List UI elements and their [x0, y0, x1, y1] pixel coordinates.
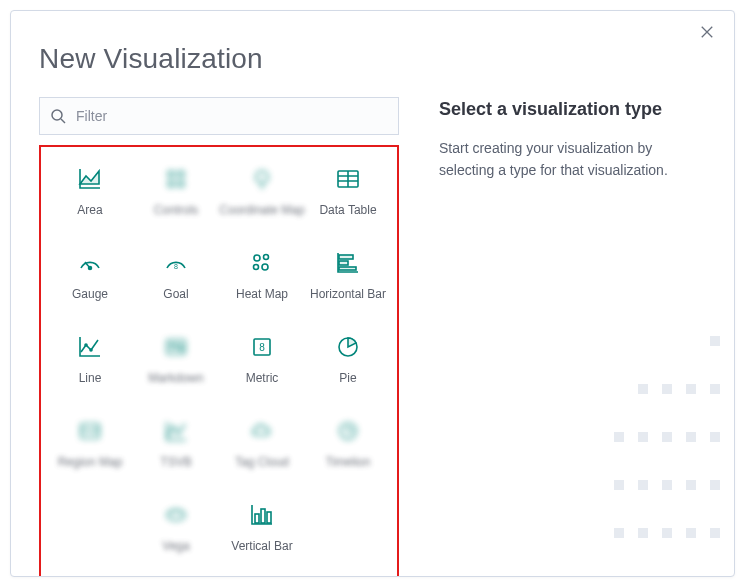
svg-text:8: 8 — [259, 342, 265, 353]
viz-label: Horizontal Bar — [310, 287, 386, 301]
viz-horizontal-bar[interactable]: Horizontal Bar — [305, 245, 391, 305]
right-description: Start creating your visualization by sel… — [439, 138, 699, 181]
viz-vertical-bar[interactable]: Vertical Bar — [219, 497, 305, 557]
data-table-icon — [334, 165, 362, 193]
viz-data-table[interactable]: Data Table — [305, 161, 391, 221]
viz-tag-cloud[interactable]: Tag Cloud — [219, 413, 305, 473]
new-visualization-modal: New Visualization Area — [10, 10, 735, 577]
svg-point-10 — [264, 255, 269, 260]
svg-point-9 — [254, 255, 260, 261]
svg-rect-25 — [255, 514, 259, 523]
coordinate-map-icon — [248, 165, 276, 193]
right-column: Select a visualization type Start creati… — [439, 97, 706, 577]
line-chart-icon — [76, 333, 104, 361]
svg-point-17 — [90, 349, 92, 351]
viz-metric[interactable]: 8 Metric — [219, 329, 305, 389]
tag-cloud-icon — [248, 417, 276, 445]
svg-text:8: 8 — [174, 263, 178, 270]
svg-point-1 — [168, 171, 174, 177]
viz-label: Markdown — [148, 371, 203, 385]
tsvb-icon — [162, 417, 190, 445]
viz-label: Vega — [162, 539, 189, 553]
svg-rect-27 — [267, 512, 271, 523]
area-chart-icon — [76, 165, 104, 193]
viz-line[interactable]: Line — [47, 329, 133, 389]
viz-label: Goal — [163, 287, 188, 301]
viz-label: Pie — [339, 371, 356, 385]
svg-point-24 — [167, 510, 185, 520]
gauge-icon — [76, 249, 104, 277]
viz-label: Line — [79, 371, 102, 385]
viz-tsvb[interactable]: TSVB — [133, 413, 219, 473]
controls-icon — [162, 165, 190, 193]
viz-label: Data Table — [319, 203, 376, 217]
svg-rect-26 — [261, 509, 265, 523]
region-map-icon — [76, 417, 104, 445]
visualization-grid: Area Controls Coordinate Map — [47, 161, 391, 557]
viz-vega[interactable]: Vega — [133, 497, 219, 557]
svg-point-11 — [254, 265, 259, 270]
left-column: Area Controls Coordinate Map — [39, 97, 399, 577]
svg-point-4 — [178, 181, 184, 187]
modal-content: Area Controls Coordinate Map — [39, 97, 706, 577]
svg-point-3 — [168, 181, 174, 187]
viz-label: Metric — [246, 371, 279, 385]
viz-label: Timelion — [326, 455, 371, 469]
svg-point-5 — [256, 171, 268, 183]
viz-region-map[interactable]: Region Map — [47, 413, 133, 473]
viz-controls[interactable]: Controls — [133, 161, 219, 221]
viz-heat-map[interactable]: Heat Map — [219, 245, 305, 305]
filter-search[interactable] — [39, 97, 399, 135]
viz-coordinate-map[interactable]: Coordinate Map — [219, 161, 305, 221]
viz-label: Coordinate Map — [219, 203, 304, 217]
svg-rect-14 — [339, 261, 348, 265]
viz-label: Tag Cloud — [235, 455, 289, 469]
viz-gauge[interactable]: Gauge — [47, 245, 133, 305]
viz-label: Heat Map — [236, 287, 288, 301]
viz-area[interactable]: Area — [47, 161, 133, 221]
viz-label: Vertical Bar — [231, 539, 292, 553]
svg-point-16 — [85, 344, 87, 346]
svg-point-2 — [178, 171, 184, 177]
viz-markdown[interactable]: Markdown — [133, 329, 219, 389]
timelion-icon — [334, 417, 362, 445]
viz-timelion[interactable]: Timelion — [305, 413, 391, 473]
filter-input[interactable] — [74, 107, 388, 125]
viz-goal[interactable]: 8 Goal — [133, 245, 219, 305]
viz-label: TSVB — [160, 455, 191, 469]
pie-chart-icon — [334, 333, 362, 361]
viz-pie[interactable]: Pie — [305, 329, 391, 389]
viz-label: Area — [77, 203, 102, 217]
viz-label: Gauge — [72, 287, 108, 301]
heat-map-icon — [248, 249, 276, 277]
vega-icon — [162, 501, 190, 529]
close-icon — [700, 25, 714, 39]
markdown-icon — [162, 333, 190, 361]
svg-point-0 — [52, 110, 62, 120]
viz-label: Region Map — [58, 455, 123, 469]
horizontal-bar-icon — [334, 249, 362, 277]
goal-icon: 8 — [162, 249, 190, 277]
vertical-bar-icon — [248, 501, 276, 529]
close-button[interactable] — [700, 25, 718, 43]
svg-rect-15 — [339, 267, 356, 270]
metric-icon: 8 — [248, 333, 276, 361]
search-icon — [50, 108, 66, 124]
right-heading: Select a visualization type — [439, 99, 706, 120]
svg-rect-13 — [339, 255, 353, 259]
visualization-grid-highlight: Area Controls Coordinate Map — [39, 145, 399, 577]
viz-label: Controls — [154, 203, 199, 217]
svg-point-12 — [262, 264, 268, 270]
modal-title: New Visualization — [39, 43, 706, 75]
